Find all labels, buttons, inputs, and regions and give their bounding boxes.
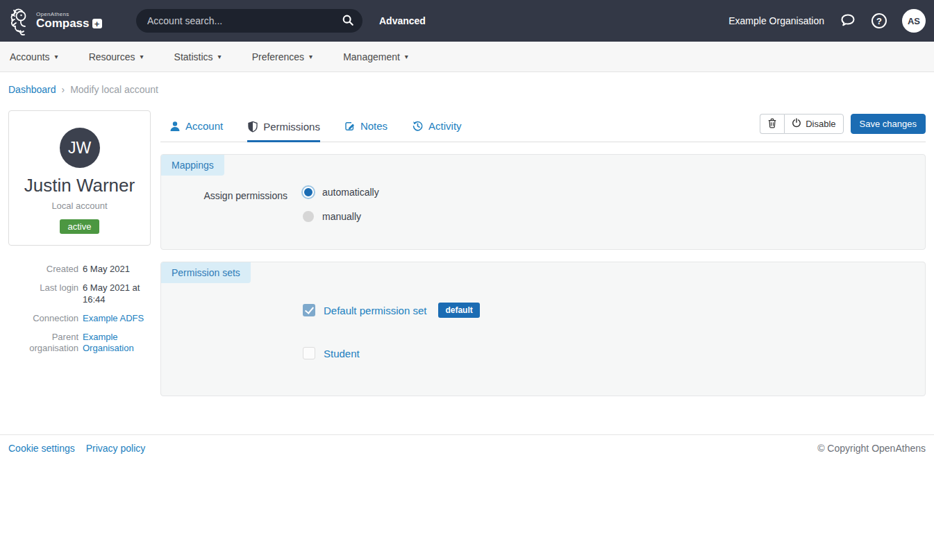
save-changes-button[interactable]: Save changes: [851, 114, 926, 134]
default-permission-set-link[interactable]: Default permission set: [324, 305, 426, 316]
shield-icon: [247, 121, 258, 133]
account-details: Created 6 May 2021 Last login 6 May 2021…: [8, 264, 151, 355]
chat-bubble-icon: [840, 12, 856, 31]
tab-account[interactable]: Account: [169, 120, 223, 142]
parent-organisation-link[interactable]: Example Organisation: [83, 332, 151, 355]
person-icon: [169, 121, 181, 132]
chevron-down-icon: ▾: [218, 53, 222, 60]
permission-set-row: Default permission set default: [161, 303, 925, 318]
plus-box-icon: +: [92, 19, 102, 28]
chevron-down-icon: ▾: [140, 53, 144, 60]
profile-avatar: JW: [60, 128, 100, 168]
nav-preferences[interactable]: Preferences ▾: [237, 42, 328, 71]
mappings-panel-title: Mappings: [161, 155, 224, 176]
nav-resources[interactable]: Resources ▾: [74, 42, 159, 71]
account-type-label: Local account: [16, 201, 143, 211]
profile-card: JW Justin Warner Local account active: [8, 110, 151, 246]
privacy-policy-link[interactable]: Privacy policy: [86, 443, 146, 454]
main-nav: Accounts ▾ Resources ▾ Statistics ▾ Pref…: [0, 42, 934, 72]
breadcrumb-dashboard[interactable]: Dashboard: [8, 84, 56, 95]
status-badge: active: [60, 219, 100, 234]
account-search-input[interactable]: [147, 15, 342, 26]
nav-statistics[interactable]: Statistics ▾: [159, 42, 237, 71]
help-icon: ?: [872, 13, 887, 28]
brand-large: Compass: [36, 17, 90, 30]
assign-permissions-label: Assign permissions: [161, 187, 287, 235]
student-link[interactable]: Student: [324, 348, 360, 359]
chevron-down-icon: ▾: [405, 53, 408, 60]
search-button[interactable]: [342, 14, 354, 28]
nav-management[interactable]: Management ▾: [328, 42, 424, 71]
checkbox-default-permission-set[interactable]: [303, 304, 315, 316]
radio-automatically[interactable]: automatically: [303, 187, 379, 198]
breadcrumb: Dashboard › Modify local account: [0, 72, 934, 95]
radio-manually[interactable]: manually: [303, 211, 379, 222]
openathens-logo[interactable]: OpenAthens Compass +: [8, 6, 136, 35]
copyright-text: © Copyright OpenAthens: [817, 443, 926, 454]
detail-connection: Connection Example ADFS: [8, 313, 151, 324]
user-avatar[interactable]: AS: [902, 9, 926, 33]
help-button[interactable]: ?: [872, 13, 887, 28]
history-icon: [412, 120, 424, 132]
feedback-button[interactable]: [840, 12, 856, 31]
power-icon: [792, 118, 801, 130]
account-search: [136, 9, 362, 33]
logo-text: OpenAthens Compass +: [36, 12, 102, 30]
nav-accounts[interactable]: Accounts ▾: [10, 42, 74, 71]
pencil-square-icon: [344, 121, 356, 132]
search-icon: [342, 14, 354, 28]
cookie-settings-link[interactable]: Cookie settings: [8, 443, 75, 454]
top-bar: OpenAthens Compass + Advanced Example Or…: [0, 0, 934, 42]
account-actions: Disable Save changes: [760, 114, 926, 134]
chevron-down-icon: ▾: [309, 53, 312, 60]
permission-sets-panel: Permission sets Default permission set d…: [160, 262, 926, 396]
checkbox-student[interactable]: [303, 347, 315, 359]
breadcrumb-current: Modify local account: [70, 84, 158, 95]
advanced-search-link[interactable]: Advanced: [379, 15, 426, 26]
page-footer: Cookie settings Privacy policy © Copyrig…: [0, 434, 934, 461]
organisation-name[interactable]: Example Organisation: [728, 15, 824, 26]
tab-notes[interactable]: Notes: [344, 120, 387, 142]
delete-button[interactable]: [760, 114, 784, 134]
detail-last-login: Last login 6 May 2021 at 16:44: [8, 282, 151, 305]
connection-link[interactable]: Example ADFS: [83, 313, 144, 324]
detail-created: Created 6 May 2021: [8, 264, 151, 275]
chevron-down-icon: ▾: [55, 53, 58, 60]
trash-icon: [767, 118, 777, 130]
radio-selected-icon: [303, 187, 314, 198]
detail-parent-organisation: Parent organisation Example Organisation: [8, 332, 151, 355]
disable-button[interactable]: Disable: [784, 114, 843, 134]
profile-name: Justin Warner: [16, 175, 143, 196]
owl-logo-icon: [8, 6, 32, 35]
breadcrumb-separator-icon: ›: [62, 84, 65, 95]
tab-activity[interactable]: Activity: [412, 120, 462, 142]
permission-set-row: Student: [161, 347, 925, 359]
permission-sets-panel-title: Permission sets: [161, 262, 251, 283]
account-tabs: Account Permissions Note: [160, 110, 926, 142]
mappings-panel: Mappings Assign permissions automaticall…: [160, 154, 926, 250]
default-badge[interactable]: default: [438, 303, 479, 318]
tab-permissions[interactable]: Permissions: [247, 121, 320, 142]
radio-unselected-icon: [303, 211, 314, 222]
